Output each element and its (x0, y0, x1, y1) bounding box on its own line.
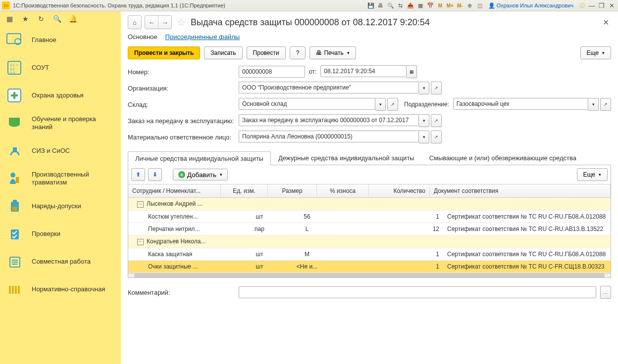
minimize-button[interactable]: — (587, 1, 596, 9)
col-cert[interactable]: Документ соответствия (430, 184, 611, 197)
memory-mplus-icon[interactable]: M+ (446, 1, 455, 9)
date-field[interactable]: 08.12.2017 9:20:54 (320, 65, 407, 77)
comment-expand-button[interactable]: … (600, 286, 611, 299)
history-icon[interactable]: ↻ (37, 14, 46, 23)
export-icon[interactable]: 📤 (406, 1, 415, 9)
calc-icon[interactable]: ▦ (416, 1, 425, 9)
svg-text:3.3: 3.3 (10, 71, 15, 75)
collapse-icon[interactable]: − (137, 201, 144, 208)
add-row-button[interactable]: +Добавить▾ (173, 169, 228, 181)
table-row[interactable]: Каска защитнаяштM1Сертификат соответстви… (128, 248, 611, 261)
sidebar-item-6[interactable]: Наряды-допуски (0, 192, 121, 220)
comment-field[interactable] (239, 286, 596, 298)
close-window-button[interactable]: ✕ (607, 1, 616, 9)
sidebar-icon (5, 279, 25, 299)
move-down-button[interactable]: ⬇ (148, 168, 162, 181)
open-icon[interactable]: ↗ (431, 114, 442, 127)
post-button[interactable]: Провести (247, 46, 286, 59)
sidebar-item-label: Производственный травматизм (32, 171, 116, 186)
open-icon[interactable]: ↗ (600, 98, 611, 111)
col-unit[interactable]: Ед. изм. (221, 184, 268, 197)
tab-washing-agents[interactable]: Смывающие и (или) обезвреживающие средст… (422, 151, 584, 165)
open-icon[interactable]: ↗ (431, 131, 442, 143)
table-group-row[interactable]: −Лысенков Андрей ... (128, 198, 611, 211)
calendar-picker-icon[interactable]: ▦ (407, 65, 417, 78)
svg-rect-11 (12, 207, 17, 211)
home-button[interactable]: ⌂ (128, 15, 142, 29)
calendar-icon[interactable]: 📅 (426, 1, 435, 9)
print-button[interactable]: 🖶Печать (309, 46, 356, 59)
forward-button[interactable]: → (158, 16, 171, 29)
table-group-row[interactable]: −Кондратьев Никола... (128, 235, 611, 248)
star-outline-icon[interactable]: ☆ (177, 16, 186, 28)
apps-icon[interactable]: ▦ (5, 14, 14, 23)
order-label: Заказ на передачу в эксплуатацию: (128, 117, 235, 125)
sidebar-item-0[interactable]: Главное (0, 26, 121, 54)
sidebar-item-9[interactable]: Нормативно-справочная (0, 275, 121, 303)
favorite-icon[interactable]: ★ (21, 14, 30, 23)
zoom-in-icon[interactable]: ⊕ (465, 1, 474, 9)
sidebar-item-1[interactable]: 3.1 ✓3.23.3СОУТ (0, 54, 121, 82)
table-row[interactable]: Костюм утеплен...шт561Сертификат соответ… (128, 211, 611, 223)
col-wear[interactable]: % износа (317, 184, 369, 197)
sidebar-item-4[interactable]: СИЗ и СиОС (0, 137, 121, 165)
sidebar-item-2[interactable]: Охрана здоровья (0, 82, 121, 109)
print-icon[interactable]: 🖶 (376, 1, 385, 9)
dropdown-icon[interactable]: ▾ (419, 82, 429, 94)
dropdown-icon[interactable]: ▾ (419, 114, 429, 127)
tab-personal-ppe[interactable]: Личные средства индивидуальной защиты (128, 151, 271, 165)
table-row[interactable]: Перчатки нитрил...парL12Сертификат соотв… (128, 223, 611, 235)
back-button[interactable]: ← (145, 16, 158, 29)
collapse-icon[interactable]: − (137, 239, 144, 245)
current-user[interactable]: 👤Охранов Илья Александрович (488, 2, 573, 9)
sidebar-item-label: Обучение и проверка знаний (32, 115, 116, 131)
memory-mminus-icon[interactable]: M- (456, 1, 464, 9)
plus-icon: + (178, 171, 185, 178)
dept-field[interactable]: Газосварочный цех (453, 98, 588, 110)
col-size[interactable]: Размер (268, 184, 317, 197)
info-icon[interactable]: ⓘ (577, 1, 586, 9)
org-field[interactable]: ООО "Производственное предприятие" (239, 82, 419, 93)
close-tab-button[interactable]: ✕ (601, 16, 611, 29)
preview-icon[interactable]: 🔍 (386, 1, 395, 9)
subtab-main[interactable]: Основное (128, 31, 157, 43)
notifications-icon[interactable]: 🔔 (68, 14, 77, 23)
sidebar-item-8[interactable]: Совместная работа (0, 248, 121, 275)
warehouse-field[interactable]: Основной склад (239, 98, 375, 110)
sidebar-icon: 3.1 ✓3.23.3 (5, 58, 25, 78)
dropdown-icon[interactable]: ▾ (588, 98, 599, 111)
warehouse-label: Склад: (128, 101, 235, 108)
table-row[interactable]: Очки защитные ...шт<Не и...1Сертификат с… (128, 261, 611, 273)
post-and-close-button[interactable]: Провести и закрыть (128, 46, 200, 59)
help-button[interactable]: ? (290, 46, 306, 59)
sidebar-item-5[interactable]: Производственный травматизм (0, 165, 121, 192)
number-field[interactable]: 000000008 (239, 66, 305, 78)
panes-icon[interactable]: ◫ (475, 1, 484, 9)
dropdown-icon[interactable]: ▾ (375, 98, 386, 111)
add-label: Добавить (187, 171, 216, 179)
save-icon[interactable]: 💾 (366, 1, 375, 9)
search-icon[interactable]: 🔍 (52, 14, 61, 23)
open-icon[interactable]: ↗ (387, 98, 398, 111)
col-qty[interactable]: Количество (369, 184, 430, 197)
col-employee[interactable]: Сотрудник / Номенклат... (128, 184, 221, 197)
move-up-button[interactable]: ⬆ (131, 168, 145, 181)
printer-icon: 🖶 (316, 49, 322, 56)
tab-duty-ppe[interactable]: Дежурные средства индивидуальной защиты (271, 151, 422, 165)
mol-field[interactable]: Полярина Алла Леоновна (0000000015) (239, 131, 419, 142)
dropdown-icon[interactable]: ▾ (419, 131, 429, 143)
order-field[interactable]: Заказ на передачу в эксплуатацию 0000000… (239, 114, 419, 126)
restore-button[interactable]: ❐ (597, 1, 606, 9)
grid-more-button[interactable]: Еще (577, 168, 608, 181)
save-button[interactable]: Записать (204, 46, 242, 59)
grid-header: Сотрудник / Номенклат... Ед. изм. Размер… (128, 184, 611, 198)
memory-m-icon[interactable]: M (436, 1, 445, 9)
sidebar-item-label: Наряды-допуски (32, 202, 81, 210)
sidebar-item-7[interactable]: Проверки (0, 220, 121, 248)
more-button[interactable]: Еще (580, 46, 611, 59)
horizontal-scrollbar[interactable] (128, 273, 611, 277)
sidebar-item-3[interactable]: Обучение и проверка знаний (0, 109, 121, 137)
open-icon[interactable]: ↗ (431, 82, 442, 94)
compare-icon[interactable]: ⇆ (396, 1, 405, 9)
subtab-attached-files[interactable]: Присоединенные файлы (165, 31, 240, 43)
